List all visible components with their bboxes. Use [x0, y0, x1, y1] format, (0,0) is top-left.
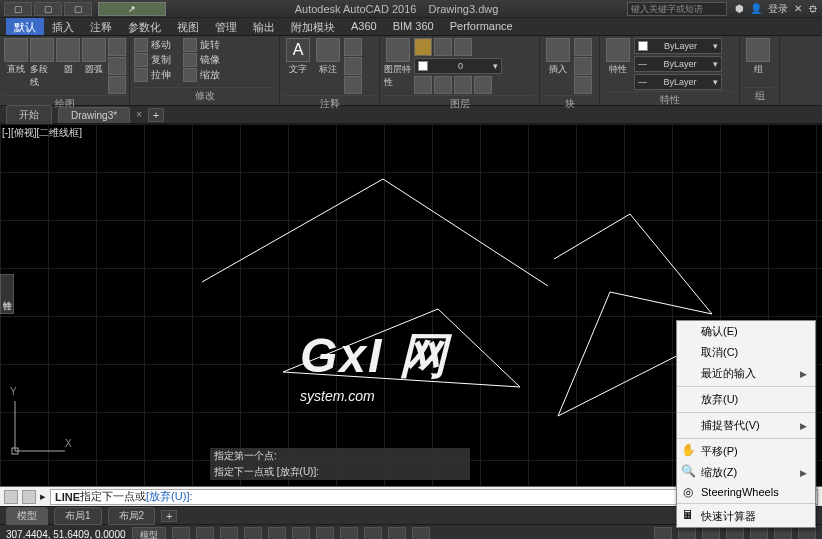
- close-tab-icon[interactable]: ×: [136, 109, 142, 120]
- layer-props-button[interactable]: 图层特性: [384, 38, 412, 89]
- menu-item-steering[interactable]: ◎SteeringWheels: [677, 483, 815, 501]
- layer-plot-icon[interactable]: [454, 38, 472, 56]
- status-dyn-icon[interactable]: [340, 527, 358, 540]
- menu-item-enter[interactable]: 确认(E): [677, 321, 815, 342]
- file-tab-start[interactable]: 开始: [6, 105, 52, 124]
- context-menu: 确认(E) 取消(C) 最近的输入▶ 放弃(U) 捕捉替代(V)▶ ✋平移(P)…: [676, 320, 816, 528]
- search-input[interactable]: 键入关键字或短语: [627, 2, 727, 16]
- layout-tab-2[interactable]: 布局2: [108, 507, 156, 525]
- ribbon-tab-performance[interactable]: Performance: [442, 18, 521, 35]
- status-lwt-icon[interactable]: [364, 527, 382, 540]
- ribbon-tab-a360[interactable]: A360: [343, 18, 385, 35]
- ribbon-tab-output[interactable]: 输出: [245, 18, 283, 35]
- layout-tab-model[interactable]: 模型: [6, 507, 48, 525]
- status-annoscale-icon[interactable]: [678, 527, 696, 540]
- panel-block: 插入 块: [540, 36, 600, 105]
- insert-button[interactable]: 插入: [544, 38, 572, 76]
- exchange-icon[interactable]: ✕: [794, 3, 802, 14]
- user-icon[interactable]: 👤: [750, 3, 762, 14]
- status-custom-icon[interactable]: [798, 527, 816, 540]
- polyline-button[interactable]: 多段线: [30, 38, 54, 89]
- stretch-button[interactable]: 拉伸 缩放: [134, 68, 220, 82]
- win-btn[interactable]: ▢: [4, 2, 32, 16]
- status-hardware-icon[interactable]: [750, 527, 768, 540]
- anno-sm-3[interactable]: [344, 76, 362, 94]
- status-osnap-icon[interactable]: [268, 527, 286, 540]
- dim-button[interactable]: 标注: [314, 38, 342, 76]
- move-icon: [134, 38, 148, 52]
- status-cycling-icon[interactable]: [412, 527, 430, 540]
- layer-sm[interactable]: [454, 76, 472, 94]
- arc-button[interactable]: 圆弧: [82, 38, 106, 76]
- new-tab-button[interactable]: +: [148, 108, 164, 122]
- status-transparency-icon[interactable]: [388, 527, 406, 540]
- menu-item-quickcalc[interactable]: 🖩快速计算器: [677, 506, 815, 527]
- props-button[interactable]: 特性: [604, 38, 632, 76]
- text-button[interactable]: A文字: [284, 38, 312, 76]
- status-grid-icon[interactable]: [172, 527, 190, 540]
- circle-button[interactable]: 圆: [56, 38, 80, 76]
- layer-freeze-icon[interactable]: [414, 38, 432, 56]
- status-model-button[interactable]: 模型: [132, 527, 166, 540]
- help2-icon[interactable]: ⯐: [808, 3, 818, 14]
- status-3dosnap-icon[interactable]: [292, 527, 310, 540]
- group-button[interactable]: 组: [744, 38, 772, 76]
- scale-icon: [183, 68, 197, 82]
- status-annomon-icon[interactable]: [654, 527, 672, 540]
- layer-props-icon: [386, 38, 410, 62]
- status-snap-icon[interactable]: [196, 527, 214, 540]
- copy-button[interactable]: 复制 镜像: [134, 53, 220, 67]
- layout-tab-1[interactable]: 布局1: [54, 507, 102, 525]
- file-tab-drawing[interactable]: Drawing3*: [58, 107, 130, 123]
- status-ortho-icon[interactable]: [220, 527, 238, 540]
- line-button[interactable]: 直线: [4, 38, 28, 76]
- layer-sm[interactable]: [474, 76, 492, 94]
- move-button[interactable]: 移动 旋转: [134, 38, 220, 52]
- ribbon-tab-manage[interactable]: 管理: [207, 18, 245, 35]
- status-clean-icon[interactable]: [774, 527, 792, 540]
- lineweight-selector[interactable]: —ByLayer▾: [634, 74, 722, 90]
- menu-item-recent[interactable]: 最近的输入▶: [677, 363, 815, 384]
- status-otrack-icon[interactable]: [316, 527, 334, 540]
- add-layout-button[interactable]: +: [161, 510, 177, 522]
- cmd-settings-icon[interactable]: [22, 490, 36, 504]
- anno-sm-2[interactable]: [344, 57, 362, 75]
- layer-selector[interactable]: 0▾: [414, 58, 502, 74]
- ribbon-tab-bim360[interactable]: BIM 360: [385, 18, 442, 35]
- ribbon-tab-parametric[interactable]: 参数化: [120, 18, 169, 35]
- menu-item-pan[interactable]: ✋平移(P): [677, 441, 815, 462]
- linetype-selector[interactable]: —ByLayer▾: [634, 56, 722, 72]
- ribbon-tab-insert[interactable]: 插入: [44, 18, 82, 35]
- status-iso-icon[interactable]: [702, 527, 720, 540]
- menu-item-undo[interactable]: 放弃(U): [677, 389, 815, 410]
- layer-sm[interactable]: [414, 76, 432, 94]
- ribbon-tab-addins[interactable]: 附加模块: [283, 18, 343, 35]
- menu-item-zoom[interactable]: 🔍缩放(Z)▶: [677, 462, 815, 483]
- block-sm[interactable]: [574, 57, 592, 75]
- status-workspace-icon[interactable]: [726, 527, 744, 540]
- status-polar-icon[interactable]: [244, 527, 262, 540]
- ribbon-tab-annotate[interactable]: 注释: [82, 18, 120, 35]
- layer-lock-icon[interactable]: [434, 38, 452, 56]
- draw-sm-1[interactable]: [108, 38, 126, 56]
- ribbon-tab-view[interactable]: 视图: [169, 18, 207, 35]
- ribbon-tab-default[interactable]: 默认: [6, 18, 44, 35]
- menu-item-cancel[interactable]: 取消(C): [677, 342, 815, 363]
- help-icon[interactable]: ⬢: [735, 3, 744, 14]
- block-sm[interactable]: [574, 38, 592, 56]
- layer-sm[interactable]: [434, 76, 452, 94]
- draw-sm-3[interactable]: [108, 76, 126, 94]
- anno-sm-1[interactable]: [344, 38, 362, 56]
- login-label[interactable]: 登录: [768, 2, 788, 16]
- layer-swatch-icon: [418, 61, 428, 71]
- color-selector[interactable]: ByLayer▾: [634, 38, 722, 54]
- share-button[interactable]: ↗: [98, 2, 166, 16]
- cmd-close-icon[interactable]: [4, 490, 18, 504]
- draw-sm-2[interactable]: [108, 57, 126, 75]
- arc-icon: [82, 38, 106, 62]
- win-btn[interactable]: ▢: [64, 2, 92, 16]
- menu-item-snap[interactable]: 捕捉替代(V)▶: [677, 415, 815, 436]
- block-sm[interactable]: [574, 76, 592, 94]
- win-btn[interactable]: ▢: [34, 2, 62, 16]
- panel-draw: 直线 多段线 圆 圆弧 绘图: [0, 36, 130, 105]
